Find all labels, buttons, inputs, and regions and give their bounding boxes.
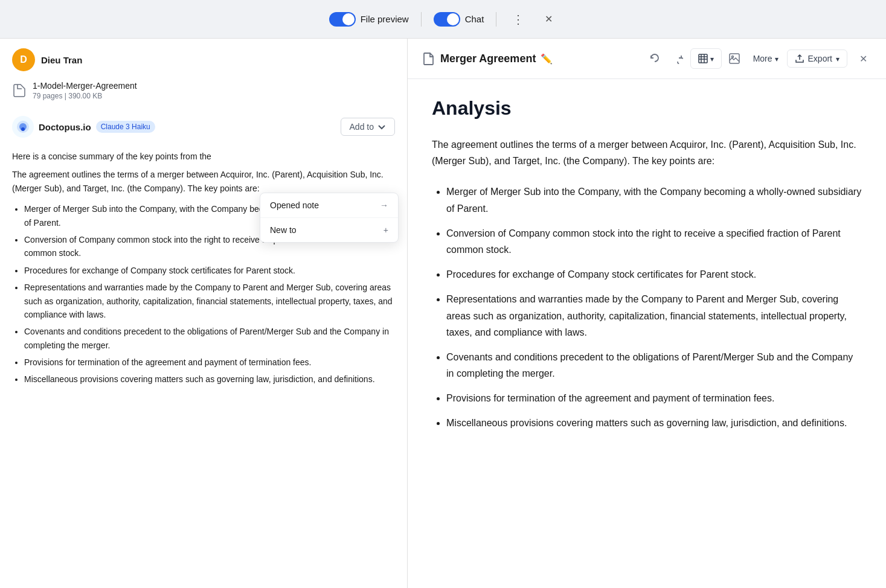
chat-label: Chat <box>465 14 484 24</box>
more-button[interactable]: More <box>747 50 785 67</box>
analysis-title: Analysis <box>432 97 862 120</box>
chat-toggle[interactable] <box>434 12 460 27</box>
right-title: Merger Agreement ✏️ <box>422 52 642 65</box>
file-preview-label: File preview <box>361 14 409 24</box>
bot-identity: Doctopus.io Claude 3 Haiku <box>12 116 155 138</box>
analysis-list: Merger of Merger Sub into the Company, w… <box>432 184 862 431</box>
bot-icon <box>12 116 34 138</box>
export-icon <box>795 54 804 63</box>
chat-list-item-6: Miscellaneous provisions covering matter… <box>24 372 395 386</box>
right-toolbar: Merger Agreement ✏️ <box>408 39 886 79</box>
bot-section: Doctopus.io Claude 3 Haiku Add to <box>0 110 407 150</box>
chat-toggle-group: Chat <box>434 12 484 27</box>
redo-icon <box>672 53 683 64</box>
table-button-group <box>690 48 722 69</box>
top-bar-close-button[interactable]: ✕ <box>540 11 557 28</box>
analysis-list-item-6: Miscellaneous provisions covering matter… <box>446 415 862 431</box>
file-preview-toggle-group: File preview <box>329 12 409 27</box>
user-name: Dieu Tran <box>41 55 82 65</box>
edit-title-icon[interactable]: ✏️ <box>541 53 553 65</box>
avatar: D <box>12 48 35 71</box>
top-bar-separator-2 <box>496 12 496 27</box>
main-layout: D Dieu Tran 1-Model-Merger-Agreement 79 … <box>0 39 886 588</box>
export-chevron-icon <box>836 54 839 63</box>
undo-button[interactable] <box>644 48 665 69</box>
file-name: 1-Model-Merger-Agreement <box>33 81 137 91</box>
chat-content: Here is a concise summary of the key poi… <box>0 150 407 390</box>
right-panel: Merger Agreement ✏️ <box>408 39 886 588</box>
analysis-list-item-0: Merger of Merger Sub into the Company, w… <box>446 184 862 216</box>
right-panel-close-button[interactable]: ✕ <box>855 50 872 67</box>
dropdown-menu: Opened note → New to + <box>260 193 399 243</box>
plus-icon: + <box>384 225 388 235</box>
file-details: 1-Model-Merger-Agreement 79 pages | 390.… <box>33 81 137 100</box>
add-to-button[interactable]: Add to <box>341 118 395 136</box>
table-chevron-icon <box>710 54 714 63</box>
analysis-list-item-1: Conversion of Company common stock into … <box>446 225 862 258</box>
undo-icon <box>649 53 660 64</box>
top-bar-separator-1 <box>421 12 422 27</box>
file-preview-toggle[interactable] <box>329 12 356 27</box>
analysis-list-item-3: Representations and warranties made by t… <box>446 291 862 340</box>
image-button[interactable] <box>724 48 745 69</box>
more-chevron-icon <box>775 54 778 63</box>
chat-summary: The agreement outlines the terms of a me… <box>12 168 395 195</box>
model-badge: Claude 3 Haiku <box>96 121 155 133</box>
export-button[interactable]: Export <box>787 50 847 68</box>
user-header: D Dieu Tran <box>0 39 407 76</box>
analysis-list-item-5: Provisions for termination of the agreem… <box>446 390 862 406</box>
document-icon <box>422 52 435 65</box>
redo-button[interactable] <box>667 48 688 69</box>
left-panel: D Dieu Tran 1-Model-Merger-Agreement 79 … <box>0 39 408 588</box>
chat-list-item-5: Provisions for termination of the agreem… <box>24 356 395 369</box>
svg-rect-4 <box>699 54 707 63</box>
file-icon <box>12 82 27 99</box>
chevron-down-icon <box>377 123 386 131</box>
top-bar: File preview Chat ⋮ ✕ <box>0 0 886 39</box>
more-options-button[interactable]: ⋮ <box>509 10 528 29</box>
table-button[interactable] <box>692 50 720 67</box>
analysis-content: Analysis The agreement outlines the term… <box>408 79 886 588</box>
dropdown-item-new-to[interactable]: New to + <box>260 218 398 242</box>
bot-name: Doctopus.io <box>39 122 91 132</box>
analysis-intro: The agreement outlines the terms of a me… <box>432 136 862 169</box>
arrow-right-icon: → <box>380 200 388 210</box>
chat-list-item-2: Procedures for exchange of Company stock… <box>24 264 395 277</box>
chat-list-item-4: Covenants and conditions precedent to th… <box>24 325 395 352</box>
svg-point-3 <box>21 127 25 131</box>
chat-intro: Here is a concise summary of the key poi… <box>12 150 395 163</box>
file-info: 1-Model-Merger-Agreement 79 pages | 390.… <box>0 76 407 110</box>
analysis-list-item-4: Covenants and conditions precedent to th… <box>446 349 862 382</box>
table-icon <box>698 54 708 63</box>
file-meta: 79 pages | 390.00 KB <box>33 92 137 100</box>
chat-list-item-3: Representations and warranties made by t… <box>24 281 395 321</box>
bot-header: Doctopus.io Claude 3 Haiku Add to <box>12 116 395 138</box>
dropdown-item-opened-note[interactable]: Opened note → <box>260 193 398 217</box>
image-icon <box>729 53 740 64</box>
analysis-list-item-2: Procedures for exchange of Company stock… <box>446 266 862 283</box>
